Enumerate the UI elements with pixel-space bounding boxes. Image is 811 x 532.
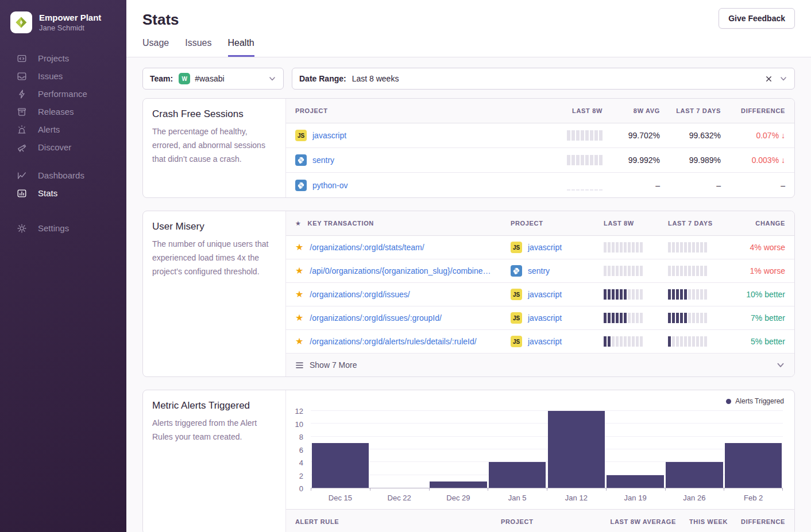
project-link[interactable]: sentry	[528, 266, 550, 275]
project-link[interactable]: sentry	[312, 156, 334, 165]
panel-text: Alerts triggered from the Alert Rules yo…	[152, 416, 276, 444]
issues-icon	[16, 71, 28, 82]
sidebar-item-settings[interactable]: Settings	[0, 219, 126, 237]
chart-y-axis: 024681012	[286, 411, 307, 488]
nav-divider	[0, 156, 126, 166]
chart-bar-slot	[311, 411, 370, 488]
javascript-platform-icon: JS	[511, 336, 522, 347]
show-more-button[interactable]: Show 7 More	[286, 354, 794, 376]
chart-bar	[430, 481, 487, 488]
chevron-down-icon	[268, 75, 276, 83]
org-name: Empower Plant	[39, 13, 101, 23]
key-transaction-star-icon[interactable]: ★	[295, 266, 303, 275]
trend-down-icon: ↓	[781, 131, 785, 140]
chart-bar-slot	[724, 411, 783, 488]
python-platform-icon	[295, 154, 307, 166]
sidebar-item-issues[interactable]: Issues	[0, 67, 126, 85]
sparkline	[668, 266, 707, 276]
python-platform-icon	[295, 180, 307, 191]
panel-text: The number of unique users that experien…	[152, 237, 276, 278]
chart-legend[interactable]: Alerts Triggered	[726, 397, 784, 405]
key-transaction-star-icon[interactable]: ★	[295, 290, 303, 299]
performance-icon	[16, 88, 28, 100]
page-header: Stats Give Feedback Usage Issues Health	[126, 0, 811, 57]
sparkline	[567, 130, 603, 141]
team-value: #wasabi	[195, 74, 224, 83]
transaction-link[interactable]: /api/0/organizations/{organization_slug}…	[310, 266, 491, 275]
transaction-link[interactable]: /organizations/:orgId/stats/team/	[310, 243, 424, 252]
sparkline	[668, 289, 707, 300]
stats-icon	[16, 188, 28, 199]
team-select[interactable]: Team: W #wasabi	[142, 68, 284, 90]
metric-alerts-description: Metric Alerts Triggered Alerts triggered…	[143, 390, 286, 532]
settings-icon	[16, 223, 28, 234]
star-icon: ★	[295, 219, 302, 228]
legend-dot-icon	[726, 399, 731, 404]
chart-bar-slot	[370, 411, 429, 488]
sidebar-item-releases[interactable]: Releases	[0, 103, 126, 121]
project-link[interactable]: javascript	[528, 337, 562, 346]
tabs: Usage Issues Health	[142, 38, 795, 57]
project-link[interactable]: python-ov	[312, 181, 347, 190]
chart-bar	[666, 462, 723, 488]
transaction-link[interactable]: /organizations/:orgId/issues/:groupId/	[310, 313, 442, 323]
page-title: Stats	[142, 8, 179, 29]
crash-free-description: Crash Free Sessions The percentage of he…	[143, 99, 286, 197]
alerts-icon	[16, 124, 28, 135]
main-content: Stats Give Feedback Usage Issues Health …	[126, 0, 811, 532]
tab-health[interactable]: Health	[228, 38, 254, 57]
crash-free-table: Project Last 8w 8w Avg Last 7 Days Diffe…	[286, 99, 794, 197]
project-link[interactable]: javascript	[528, 290, 562, 299]
table-row: python-ov – – –	[286, 173, 794, 197]
chart-bar	[725, 443, 782, 488]
javascript-platform-icon: JS	[295, 130, 307, 141]
project-link[interactable]: javascript	[528, 313, 562, 323]
key-transaction-star-icon[interactable]: ★	[295, 243, 303, 252]
sparkline-empty	[567, 180, 603, 191]
sidebar-item-discover[interactable]: Discover	[0, 138, 126, 156]
give-feedback-button[interactable]: Give Feedback	[719, 8, 795, 29]
sparkline	[604, 289, 643, 300]
sidebar-item-performance[interactable]: Performance	[0, 85, 126, 103]
key-transaction-star-icon[interactable]: ★	[295, 313, 303, 323]
transaction-link[interactable]: /organizations/:orgId/alerts/rules/detai…	[310, 337, 476, 346]
chart-bar-slot	[429, 411, 488, 488]
legend-label: Alerts Triggered	[735, 397, 784, 405]
panel-text: The percentage of healthy, errored, and …	[152, 125, 276, 166]
tab-issues[interactable]: Issues	[185, 38, 211, 57]
user-misery-table: ★Key Transaction Project Last 8w Last 7 …	[286, 211, 794, 376]
sparkline	[604, 266, 643, 276]
panel-title: User Misery	[152, 221, 276, 232]
org-logo-icon	[10, 11, 32, 33]
metric-alerts-chart-area: Alerts Triggered 024681012 Dec 15Dec 22D…	[286, 390, 794, 532]
date-range-select[interactable]: Date Range: Last 8 weeks	[292, 68, 795, 90]
org-user: Jane Schmidt	[39, 23, 101, 33]
org-switcher[interactable]: Empower Plant Jane Schmidt	[0, 0, 126, 41]
chart-bar-slot	[606, 411, 665, 488]
nav-divider	[0, 202, 126, 219]
sidebar-item-alerts[interactable]: Alerts	[0, 121, 126, 138]
chart-bar	[607, 475, 664, 488]
sparkline	[668, 336, 707, 347]
sparkline	[567, 155, 603, 165]
python-platform-icon	[511, 265, 522, 277]
key-transaction-star-icon[interactable]: ★	[295, 337, 303, 346]
table-row: ★/organizations/:orgId/stats/team/ JSjav…	[286, 236, 794, 259]
transaction-link[interactable]: /organizations/:orgId/issues/	[310, 290, 410, 299]
panel-title: Crash Free Sessions	[152, 108, 276, 120]
health-content: Team: W #wasabi Date Range: Last 8 weeks…	[126, 57, 811, 532]
project-link[interactable]: javascript	[528, 243, 562, 252]
clear-date-icon[interactable]	[765, 75, 773, 83]
sidebar-item-stats[interactable]: Stats	[0, 184, 126, 202]
sparkline	[604, 313, 643, 323]
trend-down-icon: ↓	[781, 156, 785, 165]
alerts-triggered-chart: Alerts Triggered 024681012 Dec 15Dec 22D…	[286, 390, 794, 509]
tab-usage[interactable]: Usage	[142, 38, 169, 57]
org-info: Empower Plant Jane Schmidt	[39, 13, 101, 33]
javascript-platform-icon: JS	[511, 289, 522, 300]
date-range-label: Date Range:	[299, 74, 346, 83]
project-link[interactable]: javascript	[312, 131, 346, 140]
sidebar-item-projects[interactable]: Projects	[0, 49, 126, 67]
sidebar-item-dashboards[interactable]: Dashboards	[0, 166, 126, 184]
table-row: ★/organizations/:orgId/alerts/rules/deta…	[286, 330, 794, 354]
